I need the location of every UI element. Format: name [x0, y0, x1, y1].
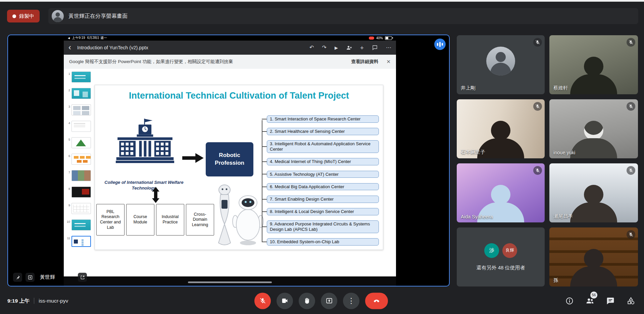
present-play-icon: ▶	[335, 46, 338, 50]
mic-off-icon	[627, 230, 635, 239]
call-controls: ⋮	[254, 293, 388, 309]
chat-button[interactable]	[606, 297, 615, 305]
slide-number: 6	[66, 154, 70, 158]
slide-thumbnail	[71, 71, 91, 83]
right-arrow-icon	[181, 152, 205, 164]
battery-icon	[385, 36, 392, 40]
more-participants-label: 還有另外 48 位使用者	[476, 265, 525, 271]
slide-thumbnail	[71, 104, 91, 115]
end-call-button[interactable]	[365, 293, 388, 309]
meeting-panels: 56	[565, 297, 635, 305]
compatibility-notice-bar: Google 簡報不支援部分 PowerPoint 功能，如果進行變更，相關設定…	[64, 55, 396, 69]
slide-number: 3	[66, 104, 70, 108]
device-date: 6月28日 週一	[87, 36, 107, 40]
center-item: 4. Medical Internet of Thing (MIoT) Cent…	[267, 158, 379, 165]
slides-toolbar-icons: ↶ ↷ ▶ + ⋯	[309, 45, 391, 51]
program-box: Course Module	[126, 204, 154, 235]
pin-button[interactable]	[13, 273, 22, 282]
overflow-avatar: 良輝	[502, 243, 517, 258]
center-item: 10. Embedded System-on-Chip Lab	[267, 238, 379, 246]
participant-tile[interactable]: Aida Syaheera	[457, 163, 545, 222]
center-item: 5. Assistive Technology (AT) Center	[267, 171, 379, 178]
device-time: 上午9:19	[72, 36, 85, 40]
participant-name: 蔡維軒	[553, 85, 568, 91]
participants-button[interactable]: 56	[586, 297, 594, 305]
participant-tile[interactable]: 渉 良輝 還有另外 48 位使用者	[457, 227, 545, 286]
more-options-button[interactable]: ⋮	[343, 293, 359, 309]
document-title: Introduction of YunTech (v2).pptx	[77, 45, 148, 50]
meeting-details-button[interactable]	[565, 297, 574, 305]
participant-tile[interactable]: inoue yuki	[549, 99, 638, 158]
overflow-participants: 渉 良輝 還有另外 48 位使用者	[457, 227, 545, 286]
slide-thumbnail-row: 10	[66, 219, 94, 230]
notice-close-icon: ✕	[386, 59, 391, 65]
slide-thumbnail-row: 7	[66, 170, 94, 181]
slide-number: 1	[66, 71, 70, 75]
center-item: 8. Intelligent & Local Design Service Ce…	[267, 208, 379, 215]
slide-thumbnail-row: 11	[66, 236, 94, 247]
center-item: 7. Smart Enabling Design Center	[267, 196, 379, 203]
slide-thumbnail-row: 2	[66, 88, 94, 99]
college-label: College of International Smart Welfare T…	[104, 180, 184, 191]
person-add-icon	[346, 45, 352, 51]
home-indicator	[188, 281, 272, 283]
participant-tile[interactable]: 井上剛	[457, 35, 545, 94]
add-icon: +	[360, 45, 364, 51]
center-item: 6. Medical Big Data Application Center	[267, 183, 379, 191]
raise-hand-button[interactable]	[299, 293, 315, 309]
slide-thumbnail	[71, 236, 91, 247]
screen-share-tile[interactable]: ◀ 上午9:19 6月28日 週一 40% ‹ Introduction of …	[7, 35, 450, 286]
program-box: Industrial Practice	[156, 204, 184, 235]
overflow-avatar: 渉	[484, 243, 499, 258]
slide-thumbnail	[71, 170, 91, 181]
current-slide: International Technical Cultivation of T…	[95, 85, 383, 250]
activities-button[interactable]	[627, 297, 635, 305]
device-bottom-strip	[64, 276, 396, 286]
slide-thumbnail	[71, 154, 91, 165]
mic-off-icon	[533, 166, 542, 175]
shared-screen-content: ◀ 上午9:19 6月28日 週一 40% ‹ Introduction of …	[64, 35, 396, 286]
slide-number: 5	[66, 137, 70, 141]
participant-tile[interactable]: 蔡維軒	[549, 35, 638, 94]
comment-icon	[372, 45, 378, 51]
slide-thumbnail	[71, 137, 91, 148]
participant-name: 瀬尾昌孝	[553, 213, 573, 219]
back-to-app-icon: ◀	[68, 37, 70, 40]
audio-playing-indicator-icon	[434, 39, 446, 50]
mic-toggle-button[interactable]	[254, 293, 271, 309]
battery-percent: 40%	[376, 36, 383, 40]
slide-thumbnail	[71, 187, 91, 198]
center-list: 1. Smart Interaction of Space Research C…	[267, 115, 379, 246]
slide-number: 9	[66, 203, 70, 207]
participant-avatar	[486, 47, 515, 75]
participant-tile[interactable]: 瀬尾昌孝	[549, 163, 638, 222]
participant-name: 孫	[553, 277, 558, 283]
slide-thumbnail-row: 8	[66, 187, 94, 198]
redo-icon: ↷	[322, 45, 326, 50]
screen-share-banner-text: 黃世輝正在分享螢幕畫面	[68, 13, 128, 20]
slide-number: 7	[66, 170, 70, 174]
participant-count-badge: 56	[590, 292, 597, 299]
slide-thumbnail-rail: 1 2 3	[64, 71, 94, 276]
up-down-arrow-icon	[151, 187, 161, 203]
slide-number: 4	[66, 121, 70, 125]
popout-button[interactable]	[26, 273, 35, 282]
slide-thumbnail-row: 5	[66, 137, 94, 148]
open-in-new-button[interactable]	[78, 273, 87, 282]
vertical-ellipsis-icon: ⋮	[348, 297, 355, 305]
participant-silhouette	[567, 249, 621, 286]
university-building-icon	[112, 118, 178, 168]
slide-thumbnail-row: 9	[66, 203, 94, 214]
participant-tile[interactable]: 石本麻里子	[457, 99, 545, 158]
mic-off-icon	[533, 38, 542, 47]
participant-tile[interactable]: 孫	[549, 227, 638, 286]
program-box: PBL Research Center and Lab	[96, 204, 125, 235]
mic-off-icon	[627, 38, 635, 47]
presenter-avatar	[52, 10, 64, 22]
notice-text: Google 簡報不支援部分 PowerPoint 功能，如果進行變更，相關設定…	[69, 59, 233, 65]
clock-time: 9:19 上午	[7, 297, 30, 304]
present-screen-button[interactable]	[321, 293, 337, 309]
slide-number: 2	[66, 88, 70, 92]
camera-toggle-button[interactable]	[277, 293, 293, 309]
recording-dot-icon	[12, 14, 16, 18]
